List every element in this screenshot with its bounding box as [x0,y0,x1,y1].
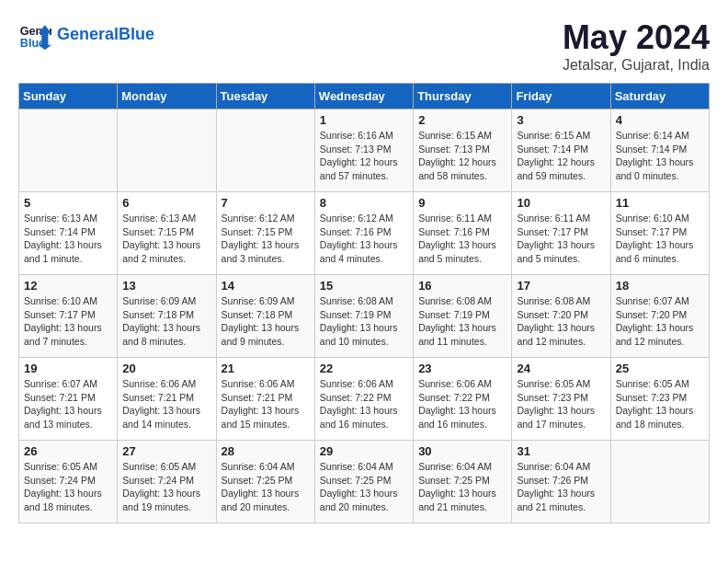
day-number: 20 [122,362,210,375]
day-info: Sunrise: 6:10 AM Sunset: 7:17 PM Dayligh… [24,294,112,349]
day-info: Sunrise: 6:11 AM Sunset: 7:16 PM Dayligh… [418,212,506,266]
calendar-week-5: 26Sunrise: 6:05 AM Sunset: 7:24 PM Dayli… [19,441,710,523]
calendar-cell: 24Sunrise: 6:05 AM Sunset: 7:23 PM Dayli… [512,358,610,441]
calendar-table: Sunday Monday Tuesday Wednesday Thursday… [18,83,710,523]
calendar-cell: 17Sunrise: 6:08 AM Sunset: 7:20 PM Dayli… [512,275,610,358]
day-info: Sunrise: 6:11 AM Sunset: 7:17 PM Dayligh… [517,212,605,266]
calendar-cell [216,109,314,192]
calendar-cell: 1Sunrise: 6:16 AM Sunset: 7:13 PM Daylig… [314,109,413,192]
calendar-cell [19,109,118,192]
day-info: Sunrise: 6:08 AM Sunset: 7:20 PM Dayligh… [517,294,605,349]
day-number: 7 [222,196,310,210]
calendar-cell: 28Sunrise: 6:04 AM Sunset: 7:25 PM Dayli… [216,441,314,523]
day-number: 6 [122,196,210,210]
day-info: Sunrise: 6:09 AM Sunset: 7:18 PM Dayligh… [222,294,310,349]
day-number: 26 [24,444,112,458]
day-number: 29 [320,444,408,458]
calendar-cell: 15Sunrise: 6:08 AM Sunset: 7:19 PM Dayli… [314,275,413,358]
day-number: 4 [616,113,704,127]
header-thursday: Thursday [414,84,512,109]
day-info: Sunrise: 6:12 AM Sunset: 7:15 PM Dayligh… [222,212,310,266]
calendar-cell: 22Sunrise: 6:06 AM Sunset: 7:22 PM Dayli… [314,358,413,441]
header-monday: Monday [118,84,216,109]
day-number: 22 [320,362,408,375]
day-info: Sunrise: 6:07 AM Sunset: 7:21 PM Dayligh… [24,377,112,431]
day-number: 10 [517,196,605,210]
day-info: Sunrise: 6:06 AM Sunset: 7:21 PM Dayligh… [222,377,310,431]
calendar-cell: 31Sunrise: 6:04 AM Sunset: 7:26 PM Dayli… [512,441,610,523]
day-info: Sunrise: 6:16 AM Sunset: 7:13 PM Dayligh… [320,129,408,183]
day-number: 18 [616,279,704,293]
calendar-subtitle: Jetalsar, Gujarat, India [563,57,710,74]
calendar-cell: 20Sunrise: 6:06 AM Sunset: 7:21 PM Dayli… [118,358,216,441]
day-number: 14 [222,279,310,293]
calendar-cell: 10Sunrise: 6:11 AM Sunset: 7:17 PM Dayli… [512,192,610,275]
calendar-cell: 25Sunrise: 6:05 AM Sunset: 7:23 PM Dayli… [610,358,709,441]
day-info: Sunrise: 6:05 AM Sunset: 7:24 PM Dayligh… [24,460,112,514]
calendar-cell: 8Sunrise: 6:12 AM Sunset: 7:16 PM Daylig… [314,192,413,275]
calendar-cell: 13Sunrise: 6:09 AM Sunset: 7:18 PM Dayli… [118,275,216,358]
day-info: Sunrise: 6:08 AM Sunset: 7:19 PM Dayligh… [418,294,506,349]
title-area: May 2024 Jetalsar, Gujarat, India [563,18,710,74]
day-info: Sunrise: 6:05 AM Sunset: 7:23 PM Dayligh… [517,377,605,431]
day-info: Sunrise: 6:06 AM Sunset: 7:22 PM Dayligh… [320,377,408,431]
day-info: Sunrise: 6:12 AM Sunset: 7:16 PM Dayligh… [320,212,408,266]
header-sunday: Sunday [19,84,118,109]
header-tuesday: Tuesday [216,84,314,109]
day-info: Sunrise: 6:09 AM Sunset: 7:18 PM Dayligh… [122,294,210,349]
logo-blue: Blue [119,25,154,43]
calendar-cell: 5Sunrise: 6:13 AM Sunset: 7:14 PM Daylig… [19,192,118,275]
calendar-cell: 6Sunrise: 6:13 AM Sunset: 7:15 PM Daylig… [118,192,216,275]
calendar-cell: 2Sunrise: 6:15 AM Sunset: 7:13 PM Daylig… [414,109,512,192]
calendar-cell: 29Sunrise: 6:04 AM Sunset: 7:25 PM Dayli… [314,441,413,523]
calendar-title: May 2024 [563,18,710,57]
day-info: Sunrise: 6:04 AM Sunset: 7:25 PM Dayligh… [320,460,408,514]
day-number: 21 [222,362,310,375]
calendar-cell: 16Sunrise: 6:08 AM Sunset: 7:19 PM Dayli… [414,275,512,358]
day-info: Sunrise: 6:06 AM Sunset: 7:21 PM Dayligh… [122,377,210,431]
day-info: Sunrise: 6:10 AM Sunset: 7:17 PM Dayligh… [616,212,704,266]
logo-icon: General Blue [18,18,51,52]
day-info: Sunrise: 6:04 AM Sunset: 7:25 PM Dayligh… [418,460,506,514]
calendar-cell: 7Sunrise: 6:12 AM Sunset: 7:15 PM Daylig… [216,192,314,275]
day-number: 5 [24,196,112,210]
day-number: 16 [418,279,506,293]
day-number: 13 [122,279,210,293]
day-number: 15 [320,279,408,293]
calendar-week-1: 1Sunrise: 6:16 AM Sunset: 7:13 PM Daylig… [19,109,710,192]
calendar-cell [118,109,216,192]
calendar-cell: 12Sunrise: 6:10 AM Sunset: 7:17 PM Dayli… [19,275,118,358]
day-number: 12 [24,279,112,293]
day-number: 27 [122,444,210,458]
day-info: Sunrise: 6:13 AM Sunset: 7:14 PM Dayligh… [24,212,112,266]
calendar-cell: 9Sunrise: 6:11 AM Sunset: 7:16 PM Daylig… [414,192,512,275]
calendar-cell: 19Sunrise: 6:07 AM Sunset: 7:21 PM Dayli… [19,358,118,441]
day-number: 11 [616,196,704,210]
calendar-cell [610,441,709,523]
calendar-cell: 14Sunrise: 6:09 AM Sunset: 7:18 PM Dayli… [216,275,314,358]
calendar-week-3: 12Sunrise: 6:10 AM Sunset: 7:17 PM Dayli… [19,275,710,358]
day-info: Sunrise: 6:07 AM Sunset: 7:20 PM Dayligh… [616,294,704,349]
day-info: Sunrise: 6:05 AM Sunset: 7:23 PM Dayligh… [616,377,704,431]
day-number: 1 [320,113,408,127]
day-number: 30 [418,444,506,458]
calendar-week-4: 19Sunrise: 6:07 AM Sunset: 7:21 PM Dayli… [19,358,710,441]
day-info: Sunrise: 6:04 AM Sunset: 7:26 PM Dayligh… [517,460,605,514]
day-number: 19 [24,362,112,375]
day-number: 31 [517,444,605,458]
calendar-week-2: 5Sunrise: 6:13 AM Sunset: 7:14 PM Daylig… [19,192,710,275]
day-info: Sunrise: 6:15 AM Sunset: 7:13 PM Dayligh… [418,129,506,183]
calendar-cell: 23Sunrise: 6:06 AM Sunset: 7:22 PM Dayli… [414,358,512,441]
calendar-cell: 18Sunrise: 6:07 AM Sunset: 7:20 PM Dayli… [610,275,709,358]
day-number: 28 [222,444,310,458]
calendar-cell: 30Sunrise: 6:04 AM Sunset: 7:25 PM Dayli… [414,441,512,523]
logo-general: General [57,25,119,43]
day-info: Sunrise: 6:14 AM Sunset: 7:14 PM Dayligh… [616,129,704,183]
calendar-cell: 11Sunrise: 6:10 AM Sunset: 7:17 PM Dayli… [610,192,709,275]
calendar-cell: 3Sunrise: 6:15 AM Sunset: 7:14 PM Daylig… [512,109,610,192]
day-number: 23 [418,362,506,375]
day-number: 25 [616,362,704,375]
calendar-cell: 27Sunrise: 6:05 AM Sunset: 7:24 PM Dayli… [118,441,216,523]
calendar-cell: 26Sunrise: 6:05 AM Sunset: 7:24 PM Dayli… [19,441,118,523]
day-number: 2 [418,113,506,127]
